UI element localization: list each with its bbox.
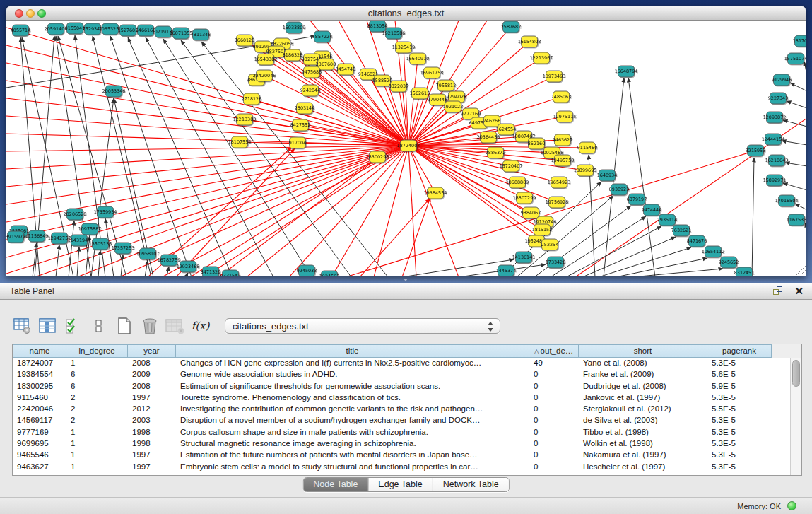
row-options-icon[interactable] xyxy=(89,317,108,336)
graph-node[interactable]: 7955812 xyxy=(436,80,456,91)
graph-node[interactable]: 4055714 xyxy=(11,25,30,36)
graph-node[interactable]: 9129946 xyxy=(772,74,792,86)
network-svg[interactable]: 4055714205914069155041752934210653257152… xyxy=(6,21,806,276)
graph-node[interactable]: 1924563 xyxy=(319,271,339,276)
column-header-year[interactable]: year xyxy=(128,344,176,358)
graph-node[interactable]: 8427552 xyxy=(290,119,310,131)
table-settings-icon[interactable] xyxy=(13,317,32,336)
create-new-column-icon[interactable] xyxy=(114,317,134,336)
graph-node[interactable]: 19756928 xyxy=(546,197,569,208)
table-row[interactable]: 977716911998Corpus callosum shape and si… xyxy=(13,427,790,438)
graph-node[interactable]: 9474444 xyxy=(642,204,661,216)
graph-node[interactable]: 10654112 xyxy=(702,246,725,257)
graph-node[interactable]: 7886372 xyxy=(486,147,505,158)
float-panel-icon[interactable] xyxy=(773,286,784,296)
graph-node[interactable]: 7632621 xyxy=(671,225,691,236)
graph-node[interactable]: 13505135 xyxy=(89,238,112,250)
graph-node[interactable]: 11431944 xyxy=(68,235,91,246)
table-row[interactable]: 911546021997Tourette syndrome. Phenomeno… xyxy=(13,392,790,404)
delete-columns-trash-icon[interactable] xyxy=(140,317,159,336)
graph-node[interactable]: 18724007 xyxy=(397,140,420,151)
table-row[interactable]: 946554611997Estimation of the future num… xyxy=(13,450,790,461)
graph-node[interactable]: 7485063 xyxy=(551,91,571,103)
graph-node[interactable]: 20364436 xyxy=(477,132,500,143)
graph-node[interactable]: 12213967 xyxy=(530,52,553,64)
graph-node[interactable]: 16640910 xyxy=(406,53,430,64)
graph-node[interactable]: 7811345 xyxy=(191,29,211,40)
graph-node[interactable]: 6879197 xyxy=(627,194,647,205)
graph-node[interactable]: 19384554 xyxy=(424,187,447,199)
graph-node[interactable]: 3215953 xyxy=(746,145,765,156)
graph-node[interactable]: 8454743 xyxy=(336,64,355,75)
graph-node[interactable]: 1733426 xyxy=(546,257,565,268)
graph-node[interactable]: 10975887 xyxy=(78,223,102,235)
graph-node[interactable]: 8186328 xyxy=(283,49,302,61)
graph-node[interactable]: 16961758 xyxy=(420,67,444,78)
graph-node[interactable]: 19654923 xyxy=(548,177,571,188)
graph-node[interactable]: 12093872 xyxy=(763,112,787,123)
resize-grip-icon[interactable] xyxy=(796,266,806,275)
graph-node[interactable]: 20591406 xyxy=(45,23,68,35)
graph-node[interactable]: 2803144 xyxy=(295,103,314,114)
column-header-in_degree[interactable]: in_degree xyxy=(66,344,128,358)
graph-node[interactable]: 14136141 xyxy=(512,252,536,263)
graph-node[interactable]: 9245652 xyxy=(719,257,739,268)
node-layer[interactable]: 4055714205914069155041752934210653257152… xyxy=(6,21,806,276)
graph-node[interactable]: 15751074 xyxy=(784,53,806,64)
graph-node[interactable]: 16154808 xyxy=(518,36,541,47)
graph-node[interactable]: 10899695 xyxy=(574,165,597,176)
graph-node[interactable]: 8471676 xyxy=(687,235,707,247)
table-row[interactable]: 1872400712008Changes of HCN gene express… xyxy=(13,358,790,369)
graph-node[interactable]: 16543382 xyxy=(254,54,278,65)
scrollbar-thumb[interactable] xyxy=(792,360,800,387)
column-header-name[interactable]: name xyxy=(13,344,66,358)
table-row[interactable]: 1456911722003Disruption of a novel membe… xyxy=(13,415,790,426)
column-header-short[interactable]: short xyxy=(579,344,707,358)
table-scrollbar[interactable] xyxy=(790,358,801,475)
graph-node[interactable]: 20053346 xyxy=(102,86,126,97)
graph-node[interactable]: 19495758 xyxy=(551,155,575,166)
graph-node[interactable]: 8471329 xyxy=(201,267,220,276)
graph-node[interactable]: 2935114 xyxy=(657,214,677,226)
column-header-title[interactable]: title xyxy=(176,344,529,358)
graph-node[interactable]: 17016504 xyxy=(775,195,799,206)
table-row[interactable]: 2242004622012Investigating the contribut… xyxy=(13,404,790,415)
graph-node[interactable]: 12923468 xyxy=(177,261,200,272)
column-header-out_de[interactable]: △out_de… xyxy=(529,344,579,358)
graph-node[interactable]: 2718126 xyxy=(242,93,261,105)
graph-node[interactable]: 16648794 xyxy=(615,66,638,77)
graph-node[interactable]: 16210643 xyxy=(765,155,789,166)
tab-node-table[interactable]: Node Table xyxy=(303,478,367,491)
table-row[interactable]: 969969511998Structural magnetic resonanc… xyxy=(13,438,790,450)
graph-node[interactable]: 8822037 xyxy=(389,81,408,92)
graph-node[interactable]: 15720407 xyxy=(500,160,523,172)
graph-node[interactable]: 746266 xyxy=(483,115,500,127)
graph-node[interactable]: 9227343 xyxy=(768,93,788,104)
graph-node[interactable]: 10973493 xyxy=(543,71,566,82)
column-header-pagerank[interactable]: pagerank xyxy=(707,344,772,358)
network-canvas[interactable]: 4055714205914069155041752934210653257152… xyxy=(6,21,806,276)
graph-node[interactable]: 7857224 xyxy=(312,31,332,42)
graph-node[interactable]: 3915972 xyxy=(6,231,25,243)
graph-node[interactable]: 10958107 xyxy=(136,248,160,259)
graph-node[interactable]: 8312451 xyxy=(734,267,754,276)
graph-node[interactable]: 20206528 xyxy=(64,209,87,220)
tab-edge-table[interactable]: Edge Table xyxy=(367,478,432,491)
graph-node[interactable]: 12213383 xyxy=(233,114,257,125)
window-titlebar[interactable]: citations_edges.txt xyxy=(6,6,806,21)
graph-node[interactable]: 15892971 xyxy=(763,175,787,186)
graph-node[interactable]: 2587682 xyxy=(501,21,521,33)
table-selector-dropdown[interactable]: citations_edges.txt xyxy=(225,318,500,334)
graph-node[interactable]: 22420046 xyxy=(253,70,276,81)
graph-node[interactable]: 9463627 xyxy=(553,134,572,146)
graph-node[interactable]: 9475685 xyxy=(302,66,322,78)
graph-node[interactable]: 12975115 xyxy=(553,111,577,122)
graph-node[interactable]: 9115460 xyxy=(577,142,597,153)
splitter-handle[interactable] xyxy=(402,279,409,282)
graph-node[interactable]: 9331542 xyxy=(220,270,240,276)
graph-node[interactable]: 1817054 xyxy=(793,35,806,47)
graph-node[interactable]: 9242844 xyxy=(300,85,320,96)
graph-node[interactable]: 19218586 xyxy=(382,28,406,39)
table-row[interactable]: 946362711997Embryonic stem cells: a mode… xyxy=(13,462,790,473)
graph-node[interactable]: 18107554 xyxy=(228,136,252,148)
